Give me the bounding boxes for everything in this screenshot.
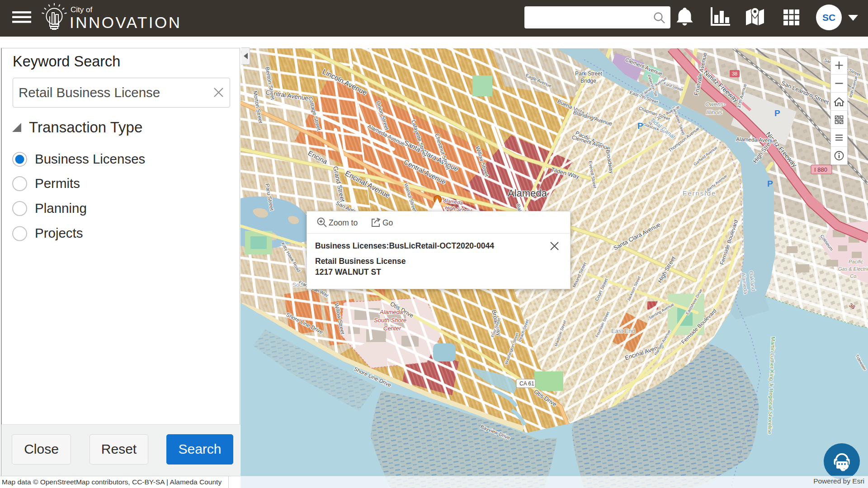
svg-text:P: P [637, 121, 643, 131]
svg-text:I 880: I 880 [814, 166, 827, 173]
svg-text:Bridge: Bridge [580, 78, 596, 84]
svg-text:Owens-: Owens- [705, 101, 726, 108]
svg-text:Fernside: Fernside [683, 189, 716, 197]
svg-text:Park Street: Park Street [575, 70, 603, 77]
svg-text:P: P [767, 179, 773, 188]
svg-text:Center: Center [383, 325, 401, 332]
svg-text:Illinois: Illinois [706, 109, 723, 116]
svg-text:Co.: Co. [850, 273, 858, 279]
svg-text:Alameda: Alameda [508, 188, 547, 199]
svg-text:Gas & Electric: Gas & Electric [838, 266, 868, 272]
svg-text:South Shore: South Shore [374, 317, 406, 324]
svg-text:CA 61: CA 61 [519, 380, 534, 387]
svg-text:East End: East End [611, 328, 635, 334]
svg-text:Alameda: Alameda [379, 309, 403, 315]
svg-text:Pacific: Pacific [849, 259, 863, 264]
svg-text:P: P [774, 108, 780, 118]
svg-text:38: 38 [732, 71, 737, 76]
